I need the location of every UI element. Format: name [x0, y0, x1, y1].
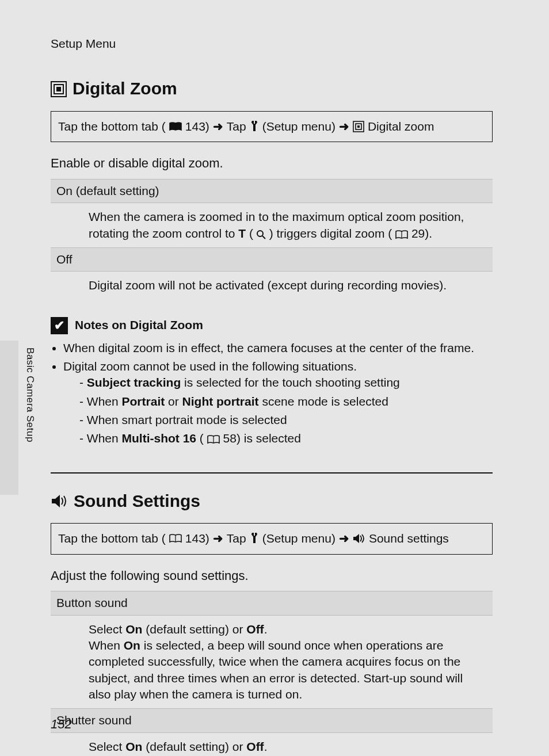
- option-on-header: On (default setting): [51, 179, 493, 203]
- section2-intro: Adjust the following sound settings.: [51, 567, 493, 585]
- section2-title-text: Sound Settings: [74, 490, 200, 513]
- breadcrumb-digital-zoom: Tap the bottom tab ( 143) ➜ Tap (Setup m…: [51, 111, 493, 142]
- option-on-body: When the camera is zoomed in to the maxi…: [51, 203, 493, 248]
- svg-line-9: [262, 236, 265, 239]
- nav-text: (Setup menu): [262, 530, 336, 547]
- note-dash: Subject tracking is selected for the tou…: [79, 375, 493, 391]
- arrow-icon: ➜: [339, 119, 349, 135]
- svg-rect-7: [357, 125, 360, 128]
- note-dash: When smart portrait mode is selected: [79, 412, 493, 428]
- nav-text: Digital zoom: [368, 119, 434, 135]
- speaker-small-icon: [353, 533, 365, 544]
- section1-intro: Enable or disable digital zoom.: [51, 155, 493, 172]
- button-sound-header: Button sound: [51, 591, 493, 615]
- option-off-body: Digital zoom will not be activated (exce…: [51, 272, 493, 300]
- nav-text: Tap: [227, 119, 246, 135]
- sound-settings-table: Button sound Select On (default setting)…: [51, 591, 493, 756]
- nav-text: Tap: [227, 530, 246, 547]
- nav-ref: 143): [185, 530, 209, 547]
- side-tab: [0, 341, 18, 495]
- note-dash: When Multi-shot 16 ( 58) is selected: [79, 430, 493, 446]
- book-icon: [395, 230, 408, 239]
- book-icon: [207, 435, 220, 444]
- shutter-sound-body: Select On (default setting) or Off. No s…: [51, 732, 493, 756]
- section-digital-zoom-title: Digital Zoom: [51, 77, 493, 101]
- arrow-icon: ➜: [213, 530, 223, 547]
- nav-text: (Setup menu): [262, 119, 336, 135]
- wrench-icon: [250, 121, 259, 132]
- button-sound-body: Select On (default setting) or Off. When…: [51, 615, 493, 709]
- note-bullet: Digital zoom cannot be used in the follo…: [63, 358, 493, 447]
- svg-rect-4: [254, 121, 255, 124]
- book-icon: [169, 534, 182, 543]
- arrow-icon: ➜: [339, 530, 349, 547]
- svg-rect-2: [56, 87, 61, 91]
- nav-text: Sound settings: [369, 530, 449, 547]
- wrench-icon: [250, 533, 259, 544]
- zoom-icon: [51, 81, 67, 97]
- book-icon: [169, 122, 182, 131]
- zoom-small-icon: [353, 121, 364, 132]
- svg-rect-13: [254, 533, 255, 536]
- section-divider: [51, 472, 493, 474]
- checkbox-icon: ✔: [51, 317, 68, 334]
- shutter-sound-header: Shutter sound: [51, 709, 493, 732]
- breadcrumb-sound-settings: Tap the bottom tab ( 143) ➜ Tap (Setup m…: [51, 523, 493, 554]
- page-number: 152: [51, 716, 72, 733]
- nav-text: Tap the bottom tab (: [58, 530, 166, 547]
- digital-zoom-options-table: On (default setting) When the camera is …: [51, 179, 493, 300]
- section-sound-settings-title: Sound Settings: [51, 490, 493, 513]
- arrow-icon: ➜: [213, 119, 223, 135]
- magnifier-icon: [257, 230, 266, 239]
- notes-digital-zoom: ✔ Notes on Digital Zoom When digital zoo…: [51, 317, 493, 447]
- option-off-header: Off: [51, 247, 493, 271]
- side-section-label: Basic Camera Setup: [23, 348, 36, 442]
- page-header: Setup Menu: [51, 36, 493, 52]
- note-dash: When Portrait or Night portrait scene mo…: [79, 394, 493, 410]
- nav-text: Tap the bottom tab (: [58, 119, 166, 135]
- svg-point-8: [257, 231, 263, 236]
- notes-title: Notes on Digital Zoom: [75, 317, 203, 333]
- nav-ref: 143): [185, 119, 209, 135]
- speaker-icon: [51, 493, 68, 509]
- section1-title-text: Digital Zoom: [73, 77, 177, 101]
- note-bullet: When digital zoom is in effect, the came…: [63, 340, 493, 356]
